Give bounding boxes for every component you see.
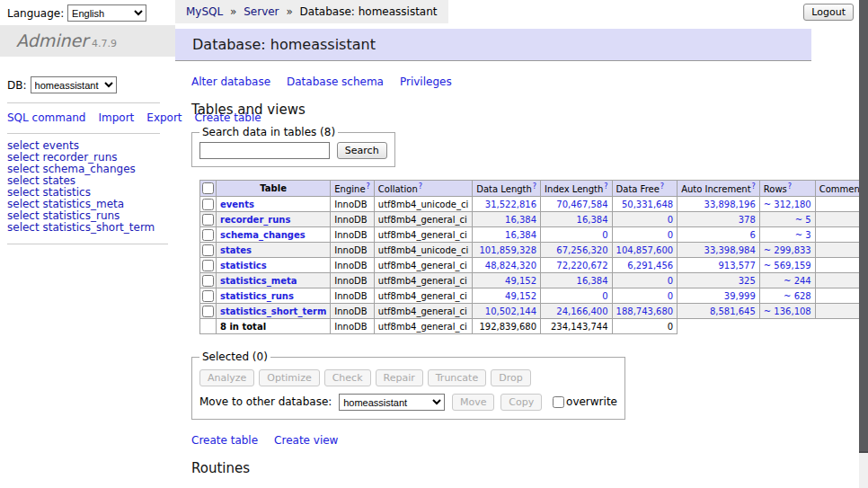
row-checkbox[interactable] <box>202 306 214 317</box>
table-total-row: 8 in total InnoDB utf8mb4_general_ci 192… <box>200 319 868 334</box>
data-length-link[interactable]: 10,502,144 <box>485 306 536 316</box>
language-select[interactable]: English <box>67 4 146 22</box>
create-link[interactable]: Create table <box>191 434 258 447</box>
search-input[interactable] <box>199 142 330 159</box>
auto-increment-link[interactable]: 378 <box>739 215 756 225</box>
table-row: recorder_runsInnoDButf8mb4_general_ci16,… <box>200 212 868 227</box>
help-link[interactable]: ? <box>533 182 536 191</box>
data-length-link[interactable]: 16,384 <box>505 230 536 240</box>
table-name-link[interactable]: statistics_runs <box>220 291 294 301</box>
select-all-checkbox[interactable] <box>202 182 214 194</box>
index-length-link[interactable]: 72,220,672 <box>556 261 607 271</box>
row-checkbox[interactable] <box>202 275 214 287</box>
scrollbar-thumb[interactable] <box>859 0 868 453</box>
table-name-link[interactable]: schema_changes <box>220 230 306 240</box>
db-select[interactable]: homeassistant <box>31 76 117 93</box>
auto-increment-link[interactable]: 6 <box>749 230 755 240</box>
table-name-link[interactable]: statistics <box>220 261 267 271</box>
overwrite-option[interactable]: overwrite <box>553 395 617 408</box>
index-length-link[interactable]: 70,467,584 <box>556 200 607 209</box>
row-checkbox[interactable] <box>202 290 214 302</box>
collation-cell: utf8mb4_general_ci <box>374 258 472 273</box>
data-free-link[interactable]: 0 <box>668 230 673 240</box>
copy-button[interactable]: Copy <box>500 394 542 411</box>
table-name-link[interactable]: statistics_short_term <box>220 306 326 316</box>
auto-increment-link[interactable]: 8,581,645 <box>710 306 756 316</box>
data-free-link[interactable]: 0 <box>668 215 673 225</box>
rows-est-link[interactable]: ~ 136,108 <box>764 306 811 316</box>
rows-est-link[interactable]: ~ 299,833 <box>764 245 811 255</box>
rows-est-link[interactable]: ~ 628 <box>784 291 811 301</box>
move-button[interactable]: Move <box>452 394 495 411</box>
table-name-link[interactable]: recorder_runs <box>220 215 290 225</box>
selected-buttons: AnalyzeOptimizeCheckRepairTruncateDrop <box>199 369 617 386</box>
row-checkbox[interactable] <box>202 214 214 226</box>
check-button[interactable]: Check <box>324 369 371 386</box>
row-checkbox[interactable] <box>202 229 214 241</box>
rows-est-link[interactable]: ~ 3 <box>795 230 811 240</box>
data-free-link[interactable]: 104,857,600 <box>616 245 674 255</box>
index-length-link[interactable]: 0 <box>602 230 607 240</box>
sidebar-action-link[interactable]: SQL command <box>7 111 85 124</box>
data-length-link[interactable]: 49,152 <box>505 276 536 286</box>
data-free-link[interactable]: 0 <box>668 291 673 301</box>
auto-increment-link[interactable]: 913,577 <box>718 261 755 271</box>
auto-increment-link[interactable]: 33,898,196 <box>704 200 756 209</box>
data-free-link[interactable]: 0 <box>668 276 673 286</box>
data-length-link[interactable]: 101,859,328 <box>479 245 536 255</box>
row-checkbox[interactable] <box>202 260 214 271</box>
breadcrumb-link-mysql[interactable]: MySQL <box>186 5 223 18</box>
rows-est-link[interactable]: ~ 244 <box>784 276 811 286</box>
row-checkbox[interactable] <box>202 199 214 210</box>
help-link[interactable]: ? <box>419 182 422 191</box>
help-link[interactable]: ? <box>752 182 756 191</box>
data-length-link[interactable]: 48,824,320 <box>485 261 536 271</box>
sidebar-select-link[interactable]: select statistics_short_term <box>7 222 168 234</box>
table-name-link[interactable]: statistics_meta <box>220 276 297 286</box>
search-button[interactable]: Search <box>337 142 387 159</box>
create-link[interactable]: Create view <box>274 434 338 447</box>
auto-increment-link[interactable]: 325 <box>739 276 756 286</box>
language-label: Language: <box>7 7 64 20</box>
row-checkbox[interactable] <box>202 244 214 256</box>
table-name-link[interactable]: states <box>220 245 252 255</box>
help-link[interactable]: ? <box>604 182 607 191</box>
create-links: Create tableCreate view <box>191 434 859 447</box>
search-fieldset: Search data in tables (8) Search <box>191 126 395 167</box>
logout-button[interactable]: Logout <box>803 4 854 21</box>
data-length-link[interactable]: 49,152 <box>505 291 536 301</box>
optimize-button[interactable]: Optimize <box>259 369 319 386</box>
rows-est-link[interactable]: ~ 569,159 <box>764 261 811 271</box>
index-length-link[interactable]: 24,166,400 <box>556 306 607 316</box>
overwrite-checkbox[interactable] <box>553 396 564 408</box>
help-link[interactable]: ? <box>788 182 792 191</box>
data-free-link[interactable]: 188,743,680 <box>616 306 674 316</box>
sidebar-action-link[interactable]: Import <box>98 111 134 124</box>
index-length-link[interactable]: 16,384 <box>577 215 608 225</box>
data-free-link[interactable]: 6,291,456 <box>627 261 673 271</box>
truncate-button[interactable]: Truncate <box>428 369 486 386</box>
index-length-link[interactable]: 67,256,320 <box>556 245 607 255</box>
data-length-link[interactable]: 16,384 <box>505 215 536 225</box>
help-link[interactable]: ? <box>367 182 370 191</box>
data-length-link[interactable]: 31,522,816 <box>485 200 536 209</box>
breadcrumb-link-server[interactable]: Server <box>244 5 279 18</box>
help-link[interactable]: ? <box>660 182 664 191</box>
move-db-select[interactable]: homeassistant <box>339 394 445 411</box>
db-action-link[interactable]: Alter database <box>191 75 270 88</box>
index-length-link[interactable]: 16,384 <box>577 276 608 286</box>
repair-button[interactable]: Repair <box>376 369 423 386</box>
breadcrumb-separator: » <box>230 5 236 18</box>
drop-button[interactable]: Drop <box>491 369 530 386</box>
table-name-link[interactable]: events <box>220 200 254 209</box>
analyze-button[interactable]: Analyze <box>199 369 254 386</box>
db-action-link[interactable]: Privileges <box>400 75 452 88</box>
auto-increment-link[interactable]: 39,999 <box>724 291 756 301</box>
rows-est-link[interactable]: ~ 5 <box>795 215 811 225</box>
db-action-link[interactable]: Database schema <box>287 75 384 88</box>
scrollbar[interactable] <box>859 0 868 488</box>
rows-est-link[interactable]: ~ 312,180 <box>764 200 811 209</box>
index-length-link[interactable]: 0 <box>602 291 607 301</box>
auto-increment-link[interactable]: 33,398,984 <box>704 245 756 255</box>
data-free-link[interactable]: 50,331,648 <box>622 200 673 209</box>
